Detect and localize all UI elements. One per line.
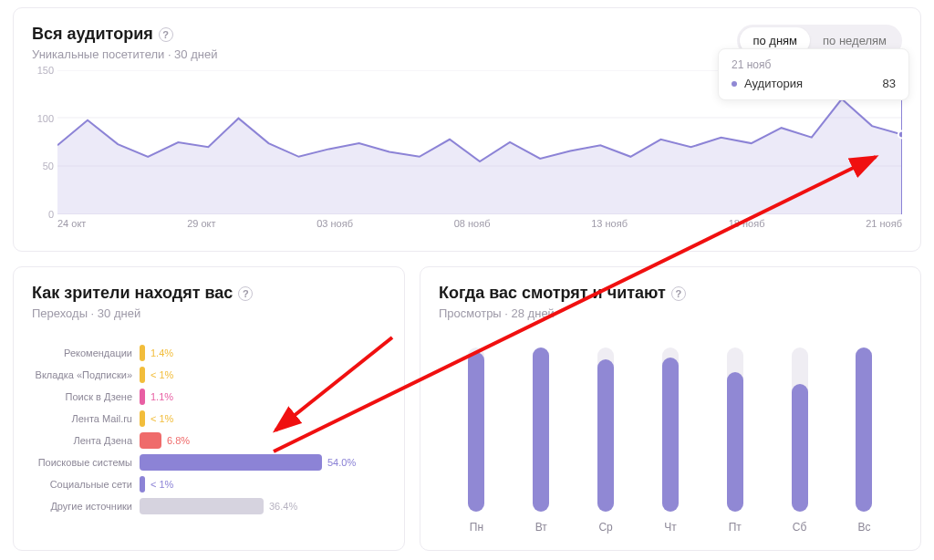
source-row: Социальные сети< 1%: [32, 473, 386, 495]
x-axis: 24 окт29 окт03 нояб08 нояб13 нояб18 нояб…: [57, 218, 902, 234]
source-bar: [140, 410, 145, 427]
weekday-label: Пн: [470, 521, 483, 534]
weekday-label: Пт: [729, 521, 742, 534]
help-icon[interactable]: ?: [238, 286, 253, 301]
source-bar: [140, 454, 322, 471]
weekday-panel: Когда вас смотрят и читают ? Просмотры ·…: [420, 266, 921, 551]
sources-panel: Как зрители находят вас ? Переходы · 30 …: [13, 266, 405, 551]
y-tick: 100: [37, 113, 54, 124]
source-track: < 1%: [140, 476, 386, 493]
audience-panel: Вся аудитория ? Уникальные посетители · …: [13, 7, 921, 252]
source-label: Поисковые системы: [32, 457, 140, 468]
source-percent: < 1%: [150, 479, 173, 490]
source-label: Лента Mail.ru: [32, 413, 140, 424]
sources-subtitle: Переходы · 30 дней: [32, 306, 386, 320]
audience-subtitle: Уникальные посетители · 30 дней: [32, 47, 217, 61]
svg-point-5: [898, 131, 902, 139]
tooltip-date: 21 нояб: [732, 58, 896, 71]
weekday-bar: [792, 384, 808, 512]
source-bar: [140, 476, 145, 493]
source-track: 36.4%: [140, 498, 386, 514]
source-track: 54.0%: [140, 454, 386, 471]
audience-title-text: Вся аудитория: [32, 25, 153, 44]
source-bar: [140, 498, 264, 514]
source-label: Рекомендации: [32, 347, 140, 358]
weekday-column: Сб: [778, 347, 822, 534]
source-percent: 1.4%: [150, 347, 173, 358]
audience-title: Вся аудитория ?: [32, 25, 217, 44]
source-row: Поиск в Дзене1.1%: [32, 386, 386, 408]
source-percent: 1.1%: [150, 391, 173, 402]
tooltip-series-label: Аудитория: [744, 77, 803, 90]
x-tick: 18 нояб: [729, 218, 765, 234]
weekday-bar: [856, 347, 872, 512]
source-percent: < 1%: [150, 369, 173, 380]
source-row: Поисковые системы54.0%: [32, 451, 386, 473]
source-bar: [140, 345, 145, 361]
source-label: Лента Дзена: [32, 435, 140, 446]
weekday-bar: [662, 358, 679, 512]
source-bar: [140, 389, 145, 405]
weekday-column: Вт: [519, 347, 563, 534]
y-tick: 50: [43, 161, 54, 171]
source-row: Другие источники36.4%: [32, 495, 386, 517]
weekday-label: Сб: [793, 521, 807, 534]
sources-title: Как зрители находят вас ?: [32, 284, 386, 303]
source-percent: < 1%: [150, 413, 173, 424]
tooltip-value: 83: [883, 77, 896, 90]
help-icon[interactable]: ?: [671, 286, 686, 301]
tooltip-dot-icon: [732, 81, 737, 87]
weekday-label: Вт: [535, 521, 547, 534]
weekday-column: Пт: [713, 347, 757, 534]
x-tick: 24 окт: [57, 218, 86, 234]
source-row: Рекомендации1.4%: [32, 342, 386, 364]
weekday-bar-track: [597, 347, 614, 512]
source-row: Вкладка «Подписки»< 1%: [32, 364, 386, 386]
x-tick: 03 нояб: [317, 218, 353, 234]
weekday-bar-track: [468, 347, 484, 512]
x-tick: 29 окт: [187, 218, 215, 234]
source-row: Лента Дзена6.8%: [32, 430, 386, 451]
weekday-bar-track: [792, 347, 808, 512]
weekday-label: Ср: [598, 521, 612, 534]
source-track: 1.1%: [140, 389, 386, 405]
source-bar: [140, 367, 145, 383]
source-label: Другие источники: [32, 501, 140, 512]
source-bar: [140, 432, 161, 449]
weekday-bar-track: [727, 347, 743, 512]
weekday-bar-chart: ПнВтСрЧтПтСбВс: [439, 342, 902, 534]
weekday-bar-track: [856, 347, 872, 512]
weekday-label: Чт: [664, 521, 677, 534]
x-tick: 13 нояб: [591, 218, 628, 234]
source-label: Социальные сети: [32, 479, 140, 490]
weekday-bar-track: [662, 347, 679, 512]
x-tick: 08 нояб: [454, 218, 491, 234]
source-row: Лента Mail.ru< 1%: [32, 408, 386, 430]
source-percent: 54.0%: [327, 457, 356, 468]
y-axis: 050100150: [28, 70, 54, 214]
source-track: < 1%: [140, 367, 386, 383]
sources-title-text: Как зрители находят вас: [32, 284, 233, 303]
weekday-column: Чт: [649, 347, 692, 534]
weekday-bar: [533, 347, 549, 512]
source-track: 1.4%: [140, 345, 386, 361]
source-label: Вкладка «Подписки»: [32, 369, 140, 380]
source-percent: 36.4%: [269, 501, 297, 512]
weekday-title-text: Когда вас смотрят и читают: [439, 284, 666, 303]
help-icon[interactable]: ?: [159, 27, 173, 42]
x-tick: 21 нояб: [866, 218, 902, 234]
weekday-label: Вс: [857, 521, 870, 534]
source-percent: 6.8%: [167, 435, 190, 446]
weekday-column: Ср: [584, 347, 628, 534]
weekday-bar: [597, 359, 614, 512]
weekday-column: Пн: [454, 347, 498, 534]
weekday-bar: [468, 352, 484, 512]
weekday-bar-track: [533, 347, 549, 512]
source-track: 6.8%: [140, 432, 386, 449]
y-tick: 0: [48, 209, 54, 220]
weekday-title: Когда вас смотрят и читают ?: [439, 284, 902, 303]
source-label: Поиск в Дзене: [32, 391, 140, 402]
sources-bar-chart: Рекомендации1.4%Вкладка «Подписки»< 1%По…: [32, 342, 386, 517]
weekday-bar: [727, 372, 743, 512]
weekday-column: Вс: [842, 347, 886, 534]
